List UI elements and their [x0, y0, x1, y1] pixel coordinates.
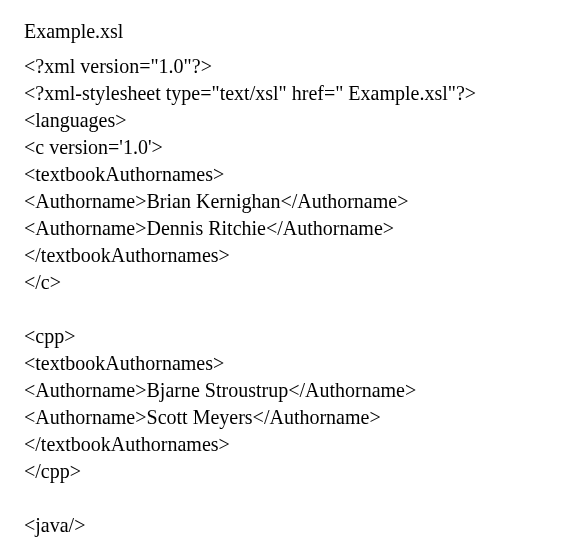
code-line: <textbookAuthornames>	[24, 350, 551, 377]
code-line: <cpp>	[24, 323, 551, 350]
file-title: Example.xsl	[24, 18, 551, 45]
code-line: </textbookAuthornames>	[24, 242, 551, 269]
code-line: </cpp>	[24, 458, 551, 485]
xml-code-block-1: <?xml version="1.0"?><?xml-stylesheet ty…	[24, 53, 551, 296]
code-line: <Authorname>Brian Kernighan</Authorname>	[24, 188, 551, 215]
code-line: <Authorname>Dennis Ritchie</Authorname>	[24, 215, 551, 242]
code-line: <languages>	[24, 107, 551, 134]
xml-code-block-2: <cpp><textbookAuthornames><Authorname>Bj…	[24, 323, 551, 485]
code-line: <Authorname>Scott Meyers</Authorname>	[24, 404, 551, 431]
code-line: <textbookAuthornames>	[24, 161, 551, 188]
code-line: </textbookAuthornames>	[24, 431, 551, 458]
blank-line-2	[24, 485, 551, 512]
code-line: <Authorname>Bjarne Stroustrup</Authornam…	[24, 377, 551, 404]
xml-code-block-3: <java/>	[24, 512, 551, 539]
code-line: <java/>	[24, 512, 551, 539]
blank-line-1	[24, 296, 551, 323]
code-line: <?xml version="1.0"?>	[24, 53, 551, 80]
code-line: </c>	[24, 269, 551, 296]
code-line: <?xml-stylesheet type="text/xsl" href=" …	[24, 80, 551, 107]
code-line: <c version='1.0'>	[24, 134, 551, 161]
